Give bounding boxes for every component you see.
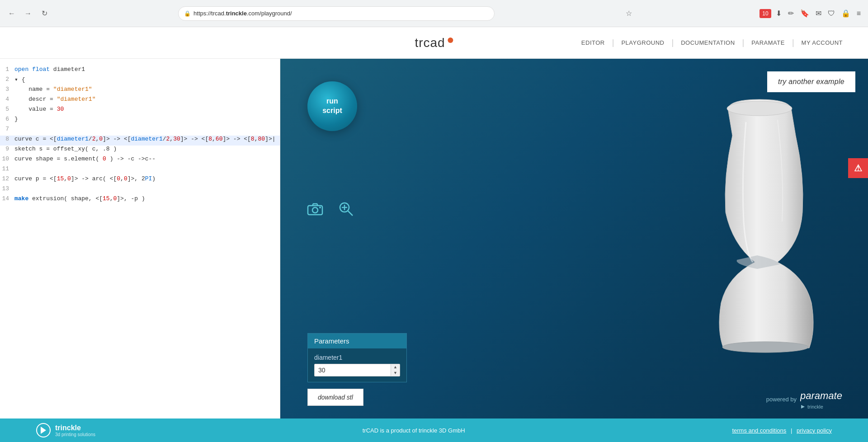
code-line-5: 5 value = 30 xyxy=(0,106,280,116)
code-content-9: sketch s = offset_xy( c, .8 ) xyxy=(14,146,280,152)
nav-my-account[interactable]: MY ACCOUNT xyxy=(794,39,850,46)
code-line-13: 13 xyxy=(0,185,280,195)
line-num-13: 13 xyxy=(0,185,14,192)
code-content-10: curve shape = s.element( 0 ) -> -c ->c-- xyxy=(14,155,280,162)
powered-by-text: powered by xyxy=(766,396,797,403)
svg-point-1 xyxy=(312,207,318,213)
terms-link[interactable]: terms and conditions xyxy=(732,427,786,434)
code-line-7: 7 xyxy=(0,126,280,136)
code-content-14: make extrusion( shape, <[15,0]>, -p ) xyxy=(14,195,280,202)
reload-button[interactable]: ↻ xyxy=(38,7,51,20)
param-spinners: ▲ ▼ xyxy=(391,364,400,376)
line-num-2: 2 xyxy=(0,76,14,83)
parameters-header: Parameters xyxy=(308,334,406,348)
parameters-body: diameter1 ▲ ▼ xyxy=(308,348,406,382)
code-content-8: curve c = <[diameter1/2,0]> -> <[diamete… xyxy=(14,136,280,142)
camera-icon[interactable] xyxy=(305,199,325,219)
svg-text:paramate: paramate xyxy=(800,390,842,401)
code-line-4: 4 descr = "diameter1" xyxy=(0,96,280,106)
viewer-icons xyxy=(305,199,356,219)
forward-button[interactable]: → xyxy=(22,7,34,20)
code-line-2: 2 ▾ { xyxy=(0,76,280,86)
site-header: trcad EDITOR | PLAYGROUND | DOCUMENTATIO… xyxy=(0,27,868,59)
code-content-3: name = "diameter1" xyxy=(14,86,280,93)
nav-menu: EDITOR | PLAYGROUND | DOCUMENTATION | PA… xyxy=(574,38,868,47)
mail-icon[interactable]: ✉ xyxy=(814,7,823,19)
download-stl-button[interactable]: download stl xyxy=(307,389,363,406)
footer-logo: trinckle 3d printing solutions xyxy=(36,423,95,437)
nav-playground[interactable]: PLAYGROUND xyxy=(614,39,671,46)
address-bar[interactable]: 🔒 https://trcad.trinckle.com/playground/ xyxy=(178,6,495,21)
code-content-1: open float diameter1 xyxy=(14,66,280,73)
extension1-icon[interactable]: 🔖 xyxy=(798,7,811,19)
nav-paramate[interactable]: PARAMATE xyxy=(744,39,792,46)
back-button[interactable]: ← xyxy=(5,7,18,20)
browser-actions: 10 ⬇ ✏ 🔖 ✉ 🛡 🔒 ≡ xyxy=(760,7,863,19)
line-num-14: 14 xyxy=(0,195,14,202)
footer-sub-text: 3d printing solutions xyxy=(55,432,95,437)
code-line-12: 12 curve p = <[15,0]> -> arc( <[0,0]>, 2… xyxy=(0,175,280,185)
extensions-icon[interactable]: 10 xyxy=(760,9,771,18)
nav-editor[interactable]: EDITOR xyxy=(574,39,612,46)
footer-logo-text: trinckle xyxy=(55,424,95,432)
download-icon[interactable]: ⬇ xyxy=(774,7,783,19)
svg-point-7 xyxy=(727,101,792,116)
trinckle-sub: trinckle xyxy=(800,404,823,409)
svg-point-8 xyxy=(722,342,808,353)
nav-documentation[interactable]: DOCUMENTATION xyxy=(674,39,742,46)
site-footer: trinckle 3d printing solutions trCAD is … xyxy=(0,418,868,442)
code-line-6: 6 } xyxy=(0,116,280,126)
parameters-panel: Parameters diameter1 ▲ ▼ xyxy=(307,333,407,382)
bookmark-icon[interactable]: ☆ xyxy=(626,9,632,18)
viewer-area: try another example ⚠ runscript xyxy=(280,59,868,418)
code-content-6: } xyxy=(14,116,280,122)
security-icon: 🔒 xyxy=(184,10,191,17)
code-line-11: 11 xyxy=(0,165,280,175)
line-num-3: 3 xyxy=(0,86,14,93)
line-num-9: 9 xyxy=(0,146,14,152)
code-line-14: 14 make extrusion( shape, <[15,0]>, -p ) xyxy=(0,195,280,205)
param-input-wrap: ▲ ▼ xyxy=(314,364,400,376)
code-editor[interactable]: 1 open float diameter1 2 ▾ { 3 name = "d… xyxy=(0,59,280,418)
line-num-5: 5 xyxy=(0,106,14,113)
logo-text: trcad xyxy=(415,36,445,50)
line-num-8: 8 xyxy=(0,136,14,142)
code-line-9: 9 sketch s = offset_xy( c, .8 ) xyxy=(0,146,280,155)
menu-icon[interactable]: ≡ xyxy=(855,8,863,19)
privacy-link[interactable]: privacy policy xyxy=(797,427,832,434)
profile-icon[interactable]: ✏ xyxy=(786,7,796,19)
paramate-brand: paramate xyxy=(800,389,854,404)
trinckle-logo-icon xyxy=(36,423,51,437)
svg-point-2 xyxy=(319,207,321,208)
param-increment-button[interactable]: ▲ xyxy=(391,364,400,370)
lock2-icon[interactable]: 🔒 xyxy=(840,7,852,19)
svg-marker-10 xyxy=(801,405,805,409)
code-content-12: curve p = <[15,0]> -> arc( <[0,0]>, 2PI) xyxy=(14,175,280,182)
svg-marker-12 xyxy=(41,427,46,434)
line-num-1: 1 xyxy=(0,66,14,73)
code-line-10: 10 curve shape = s.element( 0 ) -> -c ->… xyxy=(0,155,280,165)
line-num-11: 11 xyxy=(0,165,14,172)
powered-by: powered by paramate trinckle xyxy=(766,389,854,409)
line-num-12: 12 xyxy=(0,175,14,182)
line-num-10: 10 xyxy=(0,155,14,162)
line-num-4: 4 xyxy=(0,96,14,103)
content-area: 1 open float diameter1 2 ▾ { 3 name = "d… xyxy=(0,59,868,418)
browser-chrome: ← → ↻ 🔒 https://trcad.trinckle.com/playg… xyxy=(0,0,868,27)
run-script-button[interactable]: runscript xyxy=(307,81,357,131)
zoom-icon[interactable] xyxy=(336,199,356,219)
diameter1-input[interactable] xyxy=(315,365,391,376)
url-display: https://trcad.trinckle.com/playground/ xyxy=(193,10,292,17)
svg-line-4 xyxy=(348,211,353,216)
line-num-7: 7 xyxy=(0,126,14,132)
shield-icon[interactable]: 🛡 xyxy=(826,8,837,19)
try-another-button[interactable]: try another example xyxy=(767,71,855,92)
code-line-3: 3 name = "diameter1" xyxy=(0,86,280,96)
code-line-8: 8 curve c = <[diameter1/2,0]> -> <[diame… xyxy=(0,136,280,146)
logo-dot xyxy=(448,38,453,43)
code-content-2: ▾ { xyxy=(14,76,280,83)
param-decrement-button[interactable]: ▼ xyxy=(391,370,400,376)
3d-shape xyxy=(687,95,832,357)
warning-icon[interactable]: ⚠ xyxy=(848,158,868,178)
footer-center-text: trCAD is a product of trinckle 3D GmbH xyxy=(363,427,465,434)
